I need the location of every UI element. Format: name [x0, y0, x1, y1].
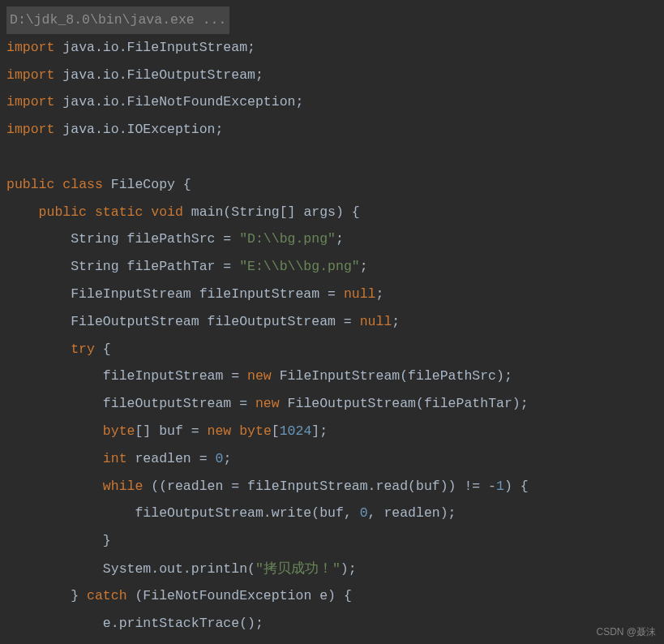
keyword-catch: catch: [87, 588, 127, 603]
var-decl: [] buf =: [135, 423, 207, 439]
method-call: System.out.println(: [103, 561, 255, 577]
number-literal: 0: [215, 451, 223, 466]
class-name: FileCopy {: [103, 177, 191, 192]
keyword-null: null: [344, 286, 376, 302]
var-decl: FileOutputStream fileOutputStream =: [71, 314, 359, 329]
import-statement: java.io.IOException;: [54, 122, 223, 137]
indent: [6, 341, 71, 357]
code-line: fileOutputStream = new FileOutputStream(…: [6, 390, 664, 418]
keyword-byte: byte: [231, 423, 272, 439]
var-decl: String filePathSrc =: [71, 231, 239, 247]
code-line: e.printStackTrace();: [6, 610, 664, 638]
semicolon: ;: [336, 231, 344, 247]
code-line: fileOutputStream.write(buf, 0, readlen);: [6, 500, 664, 527]
code-line: FileOutputStream fileOutputStream = null…: [6, 308, 664, 336]
indent: [6, 533, 103, 548]
exec-header-line: D:\jdk_8.0\bin\java.exe ...: [6, 6, 664, 34]
indent: [6, 505, 135, 521]
condition: ((readlen = fileInputStream.read(buf)) !…: [143, 479, 496, 494]
code-line: fileInputStream = new FileInputStream(fi…: [6, 363, 664, 390]
method-sig: main(String[] args) {: [183, 204, 360, 220]
exec-header: D:\jdk_8.0\bin\java.exe ...: [6, 6, 229, 34]
method-call: , readlen);: [368, 505, 456, 521]
indent: [6, 616, 103, 631]
var-decl: readlen =: [127, 451, 216, 466]
bracket: ];: [311, 423, 328, 439]
keyword-public: public: [39, 204, 87, 220]
string-literal: ": [255, 561, 263, 577]
code-line: public static void main(String[] args) {: [6, 199, 664, 226]
keyword-new: new: [247, 368, 272, 384]
keyword-byte: byte: [103, 423, 135, 439]
brace: }: [103, 533, 111, 548]
string-literal: ": [332, 561, 341, 577]
indent: [6, 204, 39, 220]
keyword-import: import: [6, 67, 54, 83]
import-statement: java.io.FileOutputStream;: [54, 67, 263, 83]
assignment: fileOutputStream =: [103, 396, 255, 411]
indent: [6, 423, 103, 439]
semicolon: ;: [375, 286, 383, 302]
code-line: byte[] buf = new byte[1024];: [6, 418, 664, 445]
code-line: public class FileCopy {: [6, 171, 664, 199]
string-literal: "E:\\b\\bg.png": [239, 259, 360, 274]
method-call: e.printStackTrace();: [103, 616, 263, 631]
constructor-call: FileOutputStream(filePathTar);: [280, 396, 529, 411]
code-line: int readlen = 0;: [6, 445, 664, 473]
keyword-new: new: [255, 396, 280, 411]
keyword-int: int: [103, 451, 127, 466]
bracket: [: [272, 423, 280, 439]
code-line: System.out.println("拷贝成功！");: [6, 555, 664, 582]
code-line: import java.io.FileNotFoundException;: [6, 88, 664, 116]
indent: [6, 561, 103, 577]
indent: [6, 231, 71, 247]
method-call: fileOutputStream.write(buf,: [135, 505, 359, 521]
keyword-null: null: [360, 314, 392, 329]
watermark: CSDN @聂沫: [596, 625, 656, 639]
indent: [6, 314, 71, 329]
keyword-class: class: [54, 177, 102, 192]
keyword-new: new: [208, 423, 232, 439]
indent: [6, 368, 103, 384]
indent: [6, 451, 103, 466]
code-line: }: [6, 527, 664, 555]
code-line: } catch (FileNotFoundException e) {: [6, 582, 664, 610]
indent: [6, 479, 103, 494]
code-line: import java.io.FileOutputStream;: [6, 62, 664, 89]
import-statement: java.io.FileInputStream;: [54, 40, 255, 55]
indent: [6, 588, 71, 603]
blank-line: [6, 144, 664, 171]
keyword-while: while: [103, 479, 144, 494]
var-decl: String filePathTar =: [71, 259, 239, 274]
number-literal: 0: [360, 505, 368, 521]
constructor-call: FileInputStream(filePathSrc);: [272, 368, 512, 384]
indent: [6, 396, 103, 411]
code-line: try {: [6, 336, 664, 363]
code-line: } catch (IOException e) {: [6, 637, 664, 644]
import-statement: java.io.FileNotFoundException;: [54, 94, 303, 109]
keyword-void: void: [143, 204, 183, 220]
semicolon: ;: [392, 314, 400, 329]
number-literal: 1024: [280, 423, 312, 439]
keyword-import: import: [6, 94, 54, 109]
string-literal: "D:\\bg.png": [239, 231, 336, 247]
code-line: import java.io.FileInputStream;: [6, 34, 664, 62]
semicolon: ;: [360, 259, 368, 274]
code-editor: D:\jdk_8.0\bin\java.exe ... import java.…: [0, 0, 664, 644]
semicolon: ;: [223, 451, 231, 466]
code-line: String filePathSrc = "D:\\bg.png";: [6, 225, 664, 253]
catch-clause: (FileNotFoundException e) {: [127, 588, 352, 603]
keyword-public: public: [6, 177, 54, 192]
string-literal-cn: 拷贝成功！: [263, 560, 332, 575]
method-call: );: [341, 561, 357, 577]
code-line: FileInputStream fileInputStream = null;: [6, 281, 664, 308]
code-line: while ((readlen = fileInputStream.read(b…: [6, 473, 664, 500]
keyword-try: try: [71, 341, 95, 357]
brace: }: [71, 588, 87, 603]
indent: [6, 259, 71, 274]
keyword-import: import: [6, 40, 54, 55]
brace: {: [95, 341, 111, 357]
assignment: fileInputStream =: [103, 368, 247, 384]
brace: ) {: [504, 479, 529, 494]
indent: [6, 286, 71, 302]
